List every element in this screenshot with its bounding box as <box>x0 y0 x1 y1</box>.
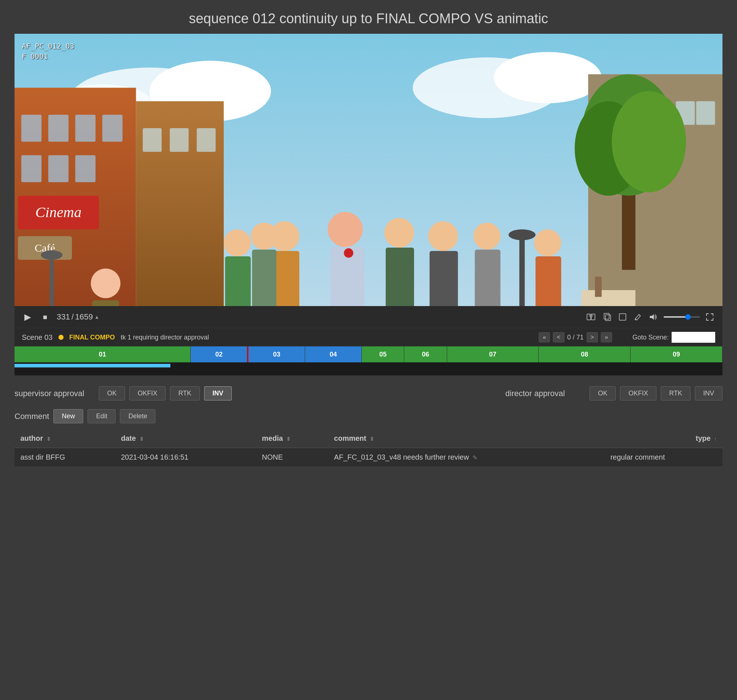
timeline-segment-04[interactable]: 04 <box>305 346 362 362</box>
comment-title: Comment <box>15 412 49 421</box>
scene-info-bar: Scene 03 FINAL COMPO tk 1 requiring dire… <box>15 328 722 346</box>
timeline-segment-05[interactable]: 05 <box>362 346 404 362</box>
timeline-segment-09[interactable]: 09 <box>631 346 722 362</box>
progress-bar-container <box>15 362 722 369</box>
svg-rect-9 <box>75 115 96 141</box>
svg-rect-33 <box>595 276 602 297</box>
comment-toolbar: Comment New Edit Delete <box>15 409 722 424</box>
svg-point-62 <box>41 250 62 260</box>
col-media[interactable]: media ⇕ <box>256 429 328 448</box>
timeline-segment-06[interactable]: 06 <box>404 346 447 362</box>
prev-scene-button[interactable]: < <box>553 332 564 343</box>
svg-rect-8 <box>48 115 69 141</box>
col-type[interactable]: type ↑ <box>604 429 722 448</box>
stop-button[interactable]: ■ <box>39 311 51 323</box>
timeline-segment-07[interactable]: 07 <box>447 346 539 362</box>
svg-point-42 <box>91 269 121 299</box>
video-controls: ▶ ■ 331 / 1659 ▲ <box>15 306 722 328</box>
svg-text:Cinema: Cinema <box>35 204 81 221</box>
svg-rect-54 <box>386 248 414 306</box>
skip-fwd-button[interactable]: » <box>601 332 612 343</box>
edit-comment-icon[interactable]: ✎ <box>471 454 477 461</box>
svg-rect-10 <box>102 115 123 141</box>
director-okfix-button[interactable]: OKFIX <box>620 386 656 400</box>
frame-separator: / <box>72 312 74 322</box>
right-controls <box>585 312 715 322</box>
col-author[interactable]: author ⇕ <box>15 429 115 448</box>
svg-rect-40 <box>519 236 525 306</box>
delete-comment-button[interactable]: Delete <box>120 409 155 424</box>
cell-comment: AF_FC_012_03_v48 needs further review ✎ <box>328 448 605 467</box>
timeline-segment-08[interactable]: 08 <box>539 346 631 362</box>
volume-icon-button[interactable] <box>648 312 659 322</box>
timeline-segment-02[interactable]: 02 <box>191 346 248 362</box>
svg-point-51 <box>251 222 277 249</box>
director-inv-button[interactable]: INV <box>695 386 722 400</box>
comment-section: Comment New Edit Delete author ⇕ date ⇕ … <box>15 409 722 467</box>
fullscreen-icon-button[interactable] <box>704 312 715 322</box>
director-ok-button[interactable]: OK <box>590 386 616 400</box>
supervisor-approval-row: supervisor approval OK OKFIX RTK INV dir… <box>15 386 722 400</box>
svg-rect-27 <box>696 101 715 125</box>
svg-rect-32 <box>582 290 636 306</box>
director-rtk-button[interactable]: RTK <box>661 386 690 400</box>
svg-rect-43 <box>92 300 119 306</box>
scene-counter: 0 / 71 <box>567 334 584 341</box>
svg-point-31 <box>612 91 686 193</box>
svg-point-53 <box>384 218 414 248</box>
svg-rect-50 <box>225 256 251 306</box>
next-scene-button[interactable]: > <box>587 332 598 343</box>
overlay-line2: F 0001 <box>22 51 74 61</box>
svg-rect-71 <box>619 314 626 320</box>
svg-rect-70 <box>606 315 610 321</box>
timeline-segment-01[interactable]: 01 <box>15 346 191 362</box>
frame-total: 1659 <box>75 312 93 322</box>
square-icon-button[interactable] <box>617 312 628 322</box>
scene-description: tk 1 requiring director approval <box>121 334 209 341</box>
frame-current: 331 <box>57 312 70 322</box>
supervisor-rtk-button[interactable]: RTK <box>170 386 200 400</box>
copy-icon-button[interactable] <box>601 312 613 322</box>
final-compo-badge: FINAL COMPO <box>69 334 115 341</box>
scene-status-dot <box>59 335 63 340</box>
overlay-line1: AF_PC_012_03 <box>22 41 74 51</box>
frame-chevron-icon[interactable]: ▲ <box>94 314 100 320</box>
goto-label: Goto Scene: <box>632 334 669 341</box>
book-icon-button[interactable] <box>585 312 597 322</box>
edit-comment-button[interactable]: Edit <box>87 409 115 424</box>
svg-rect-64 <box>591 314 595 320</box>
svg-point-59 <box>534 229 561 256</box>
author-sort-icon: ⇕ <box>47 436 51 442</box>
svg-rect-12 <box>48 155 69 182</box>
svg-marker-73 <box>650 314 654 320</box>
play-button[interactable]: ▶ <box>22 311 34 323</box>
supervisor-ok-button[interactable]: OK <box>99 386 125 400</box>
pencil-icon-button[interactable] <box>632 312 643 322</box>
new-comment-button[interactable]: New <box>53 409 83 424</box>
skip-back-button[interactable]: « <box>539 332 550 343</box>
svg-rect-52 <box>252 250 276 306</box>
svg-rect-11 <box>21 155 42 182</box>
cell-type: regular comment <box>604 448 722 467</box>
svg-line-72 <box>639 315 640 316</box>
cell-media: NONE <box>256 448 328 467</box>
supervisor-okfix-button[interactable]: OKFIX <box>129 386 166 400</box>
comment-sort-icon: ⇕ <box>370 436 374 442</box>
video-overlay: AF_PC_012_03 F 0001 <box>22 41 74 61</box>
timeline-bar: 010203040506070809 <box>15 346 722 375</box>
svg-point-46 <box>344 249 354 258</box>
col-comment[interactable]: comment ⇕ <box>328 429 605 448</box>
svg-rect-20 <box>170 128 189 152</box>
table-row[interactable]: asst dir BFFG2021-03-04 16:16:51NONEAF_F… <box>15 448 722 467</box>
timeline-segment-03[interactable]: 03 <box>248 346 305 362</box>
director-approval-label: director approval <box>505 389 585 398</box>
cell-date: 2021-03-04 16:16:51 <box>115 448 256 467</box>
supervisor-inv-button[interactable]: INV <box>204 386 232 400</box>
controls-section: supervisor approval OK OKFIX RTK INV dir… <box>15 375 722 400</box>
goto-input[interactable] <box>672 332 715 343</box>
scene-label: Scene 03 <box>22 333 53 342</box>
col-date[interactable]: date ⇕ <box>115 429 256 448</box>
volume-slider[interactable] <box>663 316 700 318</box>
svg-rect-13 <box>75 155 96 182</box>
date-sort-icon: ⇕ <box>140 436 144 442</box>
